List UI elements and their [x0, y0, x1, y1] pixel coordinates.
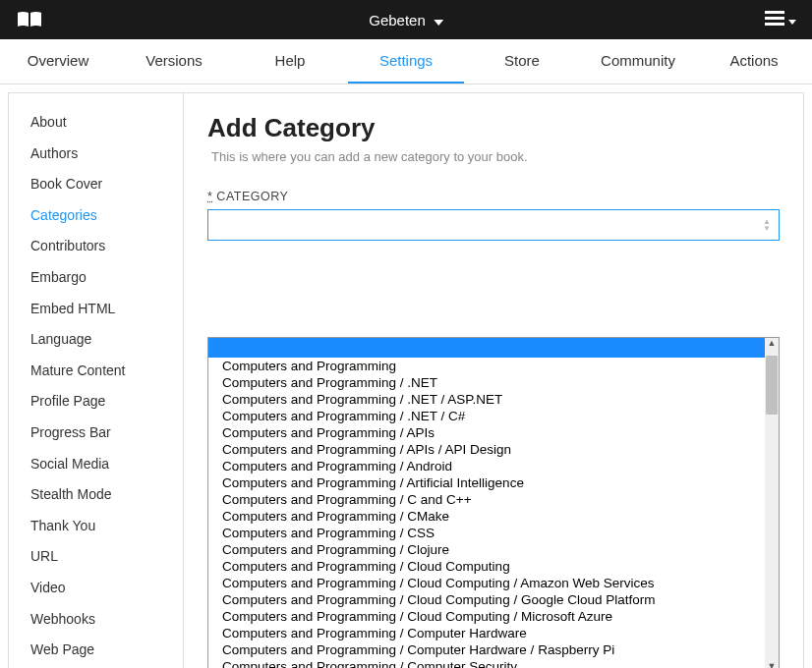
sidebar-item-contributors[interactable]: Contributors: [9, 231, 183, 262]
svg-rect-0: [765, 11, 784, 14]
dropdown-option[interactable]: Computers and Programming: [208, 358, 765, 374]
dropdown-list: Computers and Programming Computers and …: [208, 338, 765, 668]
dropdown-option[interactable]: Computers and Programming / Cloud Comput…: [208, 575, 765, 591]
sidebar-item-profile-page[interactable]: Profile Page: [9, 386, 183, 418]
dropdown-option[interactable]: Computers and Programming / Cloud Comput…: [208, 558, 765, 575]
tab-settings[interactable]: Settings: [348, 39, 464, 84]
field-label-text: CATEGORY: [216, 190, 288, 203]
sidebar: About Authors Book Cover Categories Cont…: [9, 93, 184, 668]
sidebar-item-categories[interactable]: Categories: [9, 200, 183, 232]
sidebar-item-language[interactable]: Language: [9, 324, 183, 356]
caret-down-icon: [434, 12, 443, 28]
page-title: Add Category: [207, 113, 780, 143]
sidebar-item-thank-you[interactable]: Thank You: [9, 511, 183, 542]
caret-down-icon: [788, 12, 796, 28]
dropdown-option[interactable]: Computers and Programming / .NET / ASP.N…: [208, 391, 765, 408]
dropdown-option[interactable]: Computers and Programming / Cloud Comput…: [208, 591, 765, 608]
dropdown-option[interactable]: Computers and Programming / Clojure: [208, 541, 765, 558]
dropdown-option[interactable]: Computers and Programming / C and C++: [208, 491, 765, 508]
tab-actions[interactable]: Actions: [696, 39, 812, 84]
header-title: Gebeten: [369, 12, 426, 28]
tab-store[interactable]: Store: [464, 39, 580, 84]
svg-rect-1: [765, 17, 784, 20]
top-bar: Gebeten: [0, 0, 812, 39]
logo-icon[interactable]: [16, 10, 43, 29]
dropdown-option[interactable]: Computers and Programming / CSS: [208, 525, 765, 541]
dropdown-option[interactable]: Computers and Programming / CMake: [208, 508, 765, 525]
sidebar-item-embargo[interactable]: Embargo: [9, 262, 183, 294]
sidebar-item-url[interactable]: URL: [9, 541, 183, 573]
hamburger-icon: [765, 11, 784, 29]
scrollbar-thumb[interactable]: [766, 356, 778, 415]
tab-help[interactable]: Help: [232, 39, 348, 84]
tab-bar: Overview Versions Help Settings Store Co…: [0, 39, 812, 84]
tab-versions[interactable]: Versions: [116, 39, 232, 84]
dropdown-option[interactable]: Computers and Programming / Artificial I…: [208, 474, 765, 491]
dropdown-option[interactable]: Computers and Programming / Computer Har…: [208, 625, 765, 641]
header-title-dropdown[interactable]: Gebeten: [369, 12, 443, 28]
dropdown-option[interactable]: Computers and Programming / Android: [208, 458, 765, 474]
category-dropdown: Computers and Programming Computers and …: [207, 337, 780, 668]
dropdown-option[interactable]: Computers and Programming / .NET: [208, 374, 765, 391]
tab-overview[interactable]: Overview: [0, 39, 116, 84]
sidebar-item-embed-html[interactable]: Embed HTML: [9, 294, 183, 325]
sidebar-item-webhooks[interactable]: Webhooks: [9, 604, 183, 636]
svg-rect-2: [765, 23, 784, 26]
sidebar-item-social-media[interactable]: Social Media: [9, 449, 183, 480]
required-marker: *: [207, 190, 212, 203]
sidebar-item-authors[interactable]: Authors: [9, 139, 183, 170]
category-combobox[interactable]: ▲▼: [207, 209, 780, 241]
tab-community[interactable]: Community: [580, 39, 696, 84]
category-field-label: * CATEGORY: [207, 190, 780, 203]
dropdown-option[interactable]: Computers and Programming / Computer Sec…: [208, 658, 765, 668]
dropdown-option[interactable]: Computers and Programming / Computer Har…: [208, 641, 765, 658]
menu-button[interactable]: [765, 11, 796, 29]
page-description: This is where you can add a new category…: [207, 149, 780, 164]
sidebar-item-about[interactable]: About: [9, 107, 183, 139]
sidebar-item-book-cover[interactable]: Book Cover: [9, 169, 183, 200]
dropdown-option[interactable]: Computers and Programming / APIs: [208, 424, 765, 441]
content-pane: About Authors Book Cover Categories Cont…: [8, 92, 804, 668]
dropdown-option[interactable]: Computers and Programming / APIs / API D…: [208, 441, 765, 458]
scroll-up-icon[interactable]: ▲: [765, 338, 779, 352]
dropdown-option[interactable]: Computers and Programming / .NET / C#: [208, 408, 765, 424]
dropdown-option[interactable]: Computers and Programming / Cloud Comput…: [208, 608, 765, 625]
sidebar-item-mature-content[interactable]: Mature Content: [9, 356, 183, 387]
sidebar-item-video[interactable]: Video: [9, 573, 183, 604]
spinner-icon[interactable]: ▲▼: [763, 218, 771, 232]
sidebar-item-stealth-mode[interactable]: Stealth Mode: [9, 479, 183, 511]
sidebar-item-web-page[interactable]: Web Page: [9, 635, 183, 666]
main-panel: Add Category This is where you can add a…: [184, 93, 803, 668]
sidebar-item-progress-bar[interactable]: Progress Bar: [9, 418, 183, 449]
dropdown-scrollbar[interactable]: ▲ ▼: [765, 338, 779, 668]
dropdown-option[interactable]: [208, 338, 765, 358]
scroll-down-icon[interactable]: ▼: [765, 661, 779, 668]
